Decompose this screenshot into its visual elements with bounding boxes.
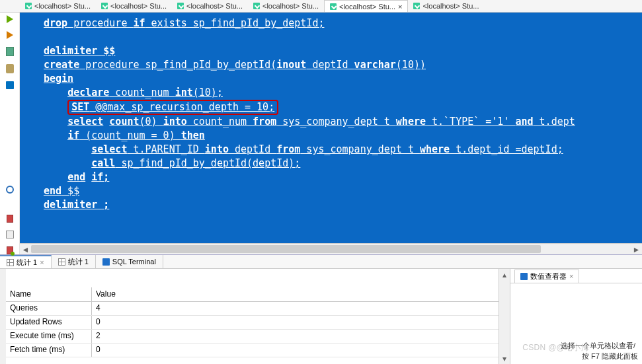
tab-label: 统计 1 <box>17 258 37 268</box>
sql-icon <box>101 3 108 9</box>
scroll-up-icon[interactable]: ▴ <box>499 269 510 280</box>
file-tab[interactable]: <localhost> Stu... <box>408 0 484 12</box>
tab-label: 统计 1 <box>68 257 89 267</box>
sql-icon <box>330 3 337 10</box>
results-tab-stats-2[interactable]: 统计 1 <box>52 255 96 268</box>
scrollbar-thumb[interactable] <box>31 245 541 253</box>
column-header-name[interactable]: Name <box>6 287 92 301</box>
tab-label: 数值查看器 <box>530 272 567 281</box>
viewer-footer-text: 按 F7 隐藏此面板 <box>582 351 638 361</box>
save-icon[interactable] <box>6 231 14 238</box>
editor-horizontal-scrollbar[interactable]: ◄ ► <box>20 243 642 254</box>
file-tab[interactable]: <localhost> Stu... <box>172 0 248 12</box>
explain-icon[interactable] <box>6 64 14 73</box>
editor-toolbar <box>0 13 20 254</box>
settings-icon[interactable] <box>6 186 14 194</box>
tab-close-icon[interactable]: × <box>40 258 44 266</box>
results-tab-stats-1[interactable]: 统计 1 × <box>0 255 52 268</box>
export-icon[interactable] <box>7 215 13 223</box>
grid-icon <box>58 258 65 266</box>
scroll-right-icon[interactable]: ► <box>631 244 642 255</box>
tab-label: SQL Terminal <box>112 258 156 266</box>
table-row[interactable]: Execute time (ms)2 <box>6 330 499 344</box>
tab-close-icon[interactable]: × <box>569 272 573 280</box>
terminal-icon <box>102 258 110 266</box>
table-header-row: Name Value <box>6 287 499 302</box>
run-step-icon[interactable] <box>7 31 13 39</box>
terminal-icon[interactable] <box>6 81 14 89</box>
sql-editor[interactable]: drop procedure if exists sp_find_pId_by_… <box>20 13 642 243</box>
file-tab-strip: <localhost> Stu... <localhost> Stu... <l… <box>0 0 642 13</box>
sql-icon <box>253 3 260 9</box>
value-viewer-tab[interactable]: 数值查看器 × <box>514 270 579 283</box>
scroll-left-icon[interactable]: ◄ <box>20 244 31 255</box>
grid-icon <box>7 259 14 266</box>
value-viewer-panel: 数值查看器 × CSDN @@宅小海 选择一个单元格以查看/ 按 F7 隐藏此面… <box>510 269 642 364</box>
sql-icon <box>177 3 184 9</box>
file-tab[interactable]: <localhost> Stu... <box>20 0 96 12</box>
highlight-annotation: SET @@max_sp_recursion_depth = 10; <box>67 100 278 115</box>
file-tab[interactable]: <localhost> Stu... <box>96 0 172 12</box>
viewer-hint-text: 选择一个单元格以查看/ <box>558 341 638 351</box>
format-icon[interactable] <box>6 47 14 56</box>
table-row[interactable]: Fetch time (ms)0 <box>6 344 499 357</box>
viewer-icon <box>520 273 528 280</box>
sql-icon <box>25 3 32 9</box>
file-tab-active[interactable]: <localhost> Stu...× <box>324 0 408 12</box>
stats-toolbar <box>0 269 6 364</box>
scroll-down-icon[interactable]: ▾ <box>499 353 510 364</box>
table-row[interactable]: Updated Rows0 <box>6 316 499 330</box>
tab-close-icon[interactable]: × <box>398 3 402 11</box>
import-icon[interactable] <box>7 246 13 254</box>
table-row[interactable]: Queries4 <box>6 302 499 316</box>
sql-icon <box>413 3 420 9</box>
file-tab[interactable]: <localhost> Stu... <box>248 0 324 12</box>
stats-vertical-scrollbar[interactable]: ▴ ▾ <box>499 269 510 364</box>
stats-table: Name Value Queries4 Updated Rows0 Execut… <box>6 269 499 364</box>
run-icon[interactable] <box>7 15 13 23</box>
column-header-value[interactable]: Value <box>92 287 499 301</box>
results-tab-sql-terminal[interactable]: SQL Terminal <box>96 255 163 268</box>
results-tab-strip: 统计 1 × 统计 1 SQL Terminal <box>0 254 642 269</box>
